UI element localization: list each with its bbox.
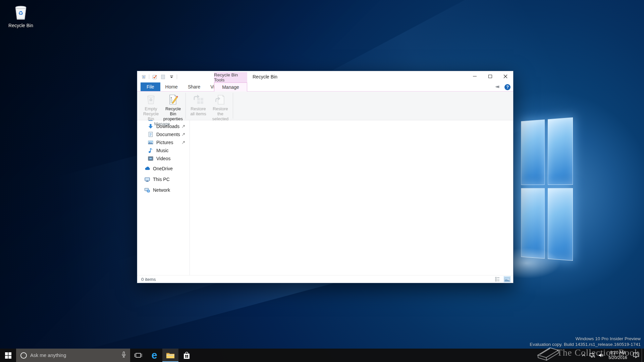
folder-content-area[interactable] (190, 120, 513, 275)
ribbon-group-manage: ♻ EmptyRecycle Bin (140, 92, 184, 120)
navigation-pane: Downloads Documents (137, 120, 190, 275)
system-tray: 9:20 AM 5/20/2016 (579, 349, 644, 362)
windows-logo-pane (548, 188, 573, 261)
details-view-button[interactable] (494, 276, 501, 282)
show-desktop-button[interactable] (642, 349, 644, 362)
file-explorer-button[interactable] (162, 349, 178, 362)
sidebar-item-videos[interactable]: Videos (137, 155, 190, 163)
minimize-button[interactable] (467, 71, 482, 81)
qat-customize-dropdown-icon[interactable] (168, 74, 174, 80)
maximize-button[interactable] (482, 71, 498, 81)
ribbon-group-separator (233, 93, 233, 119)
store-button[interactable] (178, 349, 195, 362)
pin-icon (181, 140, 185, 145)
pin-icon (181, 132, 185, 137)
tab-file[interactable]: File (141, 82, 160, 91)
sidebar-item-label: Network (153, 187, 170, 193)
large-icons-view-icon (504, 277, 510, 282)
pin-icon (181, 124, 185, 129)
downloads-icon (148, 123, 154, 129)
sidebar-item-network[interactable]: Network (137, 186, 190, 194)
sidebar-item-label: Videos (156, 156, 171, 161)
details-view-icon (495, 277, 500, 282)
sidebar-item-label: Downloads (156, 124, 179, 129)
sidebar-item-label: Documents (156, 132, 180, 137)
network-tray-button[interactable] (588, 349, 597, 362)
windows-logo-pane (521, 188, 545, 258)
sidebar-item-label: This PC (153, 177, 170, 182)
documents-icon (148, 131, 154, 137)
sidebar-item-pictures[interactable]: Pictures (137, 138, 190, 146)
pin-icon (182, 120, 185, 121)
cortana-icon (20, 352, 27, 359)
videos-icon (148, 156, 154, 162)
clock-date: 5/20/2016 (607, 355, 628, 360)
recycle-bin-properties-button[interactable]: Recycle Binproperties (162, 93, 184, 121)
onedrive-icon (144, 166, 150, 172)
sidebar-item-downloads[interactable]: Downloads (137, 122, 190, 130)
close-icon (503, 74, 507, 78)
pictures-icon (148, 139, 154, 145)
show-hidden-icons-button[interactable] (579, 349, 588, 362)
ribbon-group-separator (185, 93, 186, 119)
speaker-icon (598, 353, 604, 358)
sidebar-item-label: Music (156, 148, 169, 153)
window-title: Recycle Bin (253, 71, 277, 82)
taskbar: e (0, 349, 644, 362)
help-glyph: ? (506, 85, 509, 89)
this-pc-icon (144, 176, 150, 182)
tab-share[interactable]: Share (183, 82, 205, 91)
qat-properties-icon[interactable] (152, 74, 158, 80)
ribbon-tab-strip: File Home Share View Manage ? (137, 82, 513, 92)
start-button[interactable] (0, 349, 16, 362)
sidebar-item-music[interactable]: Music (137, 146, 190, 155)
svg-text:♻: ♻ (143, 75, 145, 78)
chevron-up-icon (582, 354, 586, 357)
tab-manage[interactable]: Manage (214, 82, 247, 92)
window-recycle-bin-icon[interactable]: ♻ (141, 74, 147, 80)
restore-selected-items-icon (214, 94, 226, 106)
taskbar-clock[interactable]: 9:20 AM 5/20/2016 (607, 350, 628, 360)
close-button[interactable] (498, 71, 513, 81)
ribbon-group-restore: Restoreall items Restore theselected ite… (187, 92, 231, 120)
network-icon (144, 187, 150, 193)
network-status-icon (589, 353, 595, 358)
pin-ribbon-icon[interactable] (495, 84, 500, 90)
desktop-recycle-bin-label: Recycle Bin (3, 23, 38, 28)
watermark-line1: Windows 10 Pro Insider Preview (530, 336, 641, 342)
sidebar-item-documents[interactable]: Documents (137, 130, 190, 138)
large-icons-view-button[interactable] (504, 276, 511, 282)
action-center-icon (633, 352, 639, 358)
cortana-search-box[interactable] (16, 349, 130, 362)
sidebar-item-this-pc[interactable]: This PC (137, 175, 190, 183)
task-view-button[interactable] (130, 349, 146, 362)
help-button[interactable]: ? (504, 84, 511, 90)
desktop-recycle-bin-icon[interactable]: ♻ Recycle Bin (3, 3, 38, 28)
title-bar: ♻ (137, 71, 513, 82)
recycle-bin-properties-icon (167, 94, 179, 106)
search-input[interactable] (27, 353, 121, 358)
clock-time: 9:20 AM (607, 350, 628, 355)
tab-home[interactable]: Home (160, 82, 183, 91)
recycle-bin-icon: ♻ (12, 3, 30, 22)
music-icon (148, 147, 154, 154)
svg-text:♻: ♻ (149, 98, 153, 102)
watermark-line2: Evaluation copy. Build 14351.rs1_release… (530, 342, 641, 347)
window-body: Downloads Documents (137, 120, 513, 275)
contextual-tab-header: Recycle Bin Tools (214, 72, 247, 82)
task-view-icon (134, 352, 142, 358)
ribbon: ♻ EmptyRecycle Bin (137, 92, 513, 120)
quick-access-toolbar: ♻ (137, 74, 177, 80)
qat-folder-icon[interactable] (160, 74, 166, 80)
microphone-icon[interactable] (121, 351, 126, 359)
tabstrip-right-controls: ? (495, 82, 511, 92)
desktop: ♻ Recycle Bin ♻ (0, 0, 644, 362)
sidebar-item-label: Pictures (156, 140, 173, 145)
edge-button[interactable]: e (146, 349, 162, 362)
action-center-button[interactable] (630, 349, 642, 362)
qat-separator (177, 74, 177, 79)
caption-buttons (467, 71, 513, 81)
items-count: 0 items (141, 277, 156, 282)
volume-tray-button[interactable] (597, 349, 605, 362)
sidebar-item-onedrive[interactable]: OneDrive (137, 165, 190, 173)
